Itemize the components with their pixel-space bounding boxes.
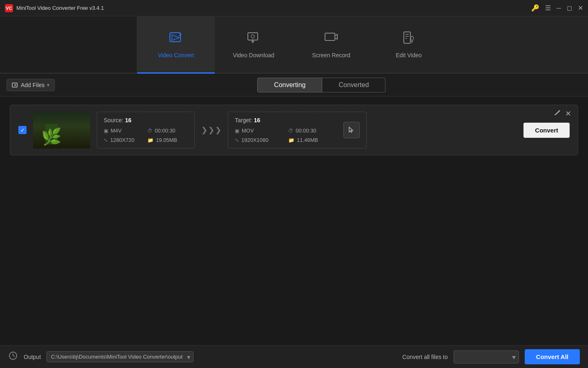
target-box: Target: 16 ▣ MOV ⏱ 00:00:30 ⤡ [228,112,367,148]
titlebar: VC MiniTool Video Converter Free v3.4.1 … [0,0,588,16]
file-thumbnail [33,112,90,148]
source-format-item: ▣ M4V [104,128,144,134]
source-size-item: 📁 19.05MB [147,137,188,143]
toolbar: Add Files ▾ Converting Converted [0,74,588,96]
tab-edit-video-label: Edit Video [396,52,422,58]
target-resolution-item: ⤡ 1920X1080 [235,137,285,143]
source-box: Source: 16 ▣ M4V ⏱ 00:00:30 ⤡ 1280X720 [97,112,195,148]
add-files-button[interactable]: Add Files ▾ [7,79,55,91]
source-info-grid: ▣ M4V ⏱ 00:00:30 ⤡ 1280X720 📁 19.05MB [104,128,188,143]
source-size: 19.05MB [156,137,177,143]
tab-video-convert[interactable]: Video Convert [137,16,215,74]
target-resolution: 1920X1080 [241,137,269,143]
convert-all-button[interactable]: Convert All [525,349,580,364]
target-format: MOV [242,128,254,134]
source-format: M4V [111,128,122,134]
target-size-item: 📁 11.46MB [288,137,339,143]
titlebar-controls: 🔑 ☰ ─ ◻ ✕ [531,4,583,12]
close-btn[interactable]: ✕ [578,4,583,12]
target-label: Target: [235,117,252,123]
app-logo: VC [5,4,13,12]
minimize-btn[interactable]: ─ [557,4,561,12]
source-label: Source: [104,117,123,123]
tab-screen-record[interactable]: Screen Record [292,16,370,74]
thumbnail-image [33,112,90,148]
tab-video-convert-label: Video Convert [158,52,194,58]
converted-tab[interactable]: Converted [322,78,385,92]
target-duration: 00:00:30 [296,128,316,134]
target-format-icon: ▣ [235,128,239,134]
source-header: Source: 16 [104,117,188,123]
source-resolution-item: ⤡ 1280X720 [104,137,144,143]
format-select-wrapper: ▾ [454,350,519,364]
output-path-select[interactable]: C:\Users\bj\Documents\MiniTool Video Con… [47,351,194,362]
screen-record-icon [324,30,339,48]
check-mark: ✓ [20,127,25,133]
svg-rect-5 [404,32,410,43]
svg-rect-4 [325,33,335,40]
format-icon: ▣ [104,128,108,134]
sidebar-left [0,16,137,73]
target-info: Target: 16 ▣ MOV ⏱ 00:00:30 ⤡ [235,117,339,143]
tab-edit-video[interactable]: Edit Video [370,16,448,74]
size-icon: 📁 [147,137,154,143]
file-card: ✕ ✓ Source: 16 ▣ M4V [10,105,578,155]
svg-rect-1 [248,33,258,40]
main-content: ✕ ✓ Source: 16 ▣ M4V [0,96,588,345]
duration-icon: ⏱ [147,128,152,134]
output-path-text: C:\Users\bj\Documents\MiniTool Video Con… [51,354,183,360]
menu-icon[interactable]: ☰ [545,4,551,12]
video-convert-icon [169,30,183,48]
convert-all-to-label: Convert all files to [402,354,448,360]
edit-video-icon [401,30,416,48]
convert-button[interactable]: Convert [523,123,570,138]
card-edit-btn[interactable] [554,109,561,118]
target-size-icon: 📁 [288,137,294,143]
source-target-area: Source: 16 ▣ M4V ⏱ 00:00:30 ⤡ 1280X720 [97,112,517,148]
navbar: Video Convert Video Download [0,16,588,74]
video-download-icon [246,30,261,48]
tab-screen-record-label: Screen Record [312,52,350,58]
format-dropdown-arrow: ▾ [512,354,514,360]
target-format-item: ▣ MOV [235,128,285,134]
format-select[interactable]: ▾ [454,350,519,364]
source-duration: 00:00:30 [155,128,176,134]
converting-tab[interactable]: Converting [257,78,322,92]
add-files-label: Add Files [21,82,45,88]
output-clock-icon [8,351,18,363]
target-resolution-icon: ⤡ [235,137,239,143]
file-checkbox[interactable]: ✓ [18,126,27,134]
app-title: MiniTool Video Converter Free v3.4.1 [16,5,104,11]
output-label: Output [24,354,41,360]
arrow-row-1: ❯ ❯ ❯ [201,126,221,135]
target-duration-item: ⏱ 00:00:30 [288,128,339,134]
source-duration-item: ⏱ 00:00:30 [147,128,188,134]
target-size: 11.46MB [297,137,318,143]
target-duration-icon: ⏱ [288,128,293,134]
output-path-wrapper: C:\Users\bj\Documents\MiniTool Video Con… [47,351,194,362]
tab-video-download[interactable]: Video Download [215,16,292,74]
navbar-tabs: Video Convert Video Download [137,16,448,73]
source-resolution: 1280X720 [110,137,134,143]
target-info-grid: ▣ MOV ⏱ 00:00:30 ⤡ 1920X1080 📁 [235,128,339,143]
card-close-btn[interactable]: ✕ [565,109,571,118]
svg-point-2 [251,35,254,38]
target-count: 16 [254,117,261,123]
source-count: 16 [125,117,131,123]
add-files-icon [12,82,18,88]
cursor-icon [348,126,355,134]
svg-line-14 [13,356,15,357]
maximize-btn[interactable]: ◻ [567,4,572,12]
convert-tabs: Converting Converted [257,78,385,92]
bottom-bar: Output C:\Users\bj\Documents\MiniTool Vi… [0,345,588,368]
key-icon[interactable]: 🔑 [531,4,539,12]
target-header: Target: 16 [235,117,339,123]
add-files-dropdown-arrow: ▾ [47,82,49,88]
titlebar-left: VC MiniTool Video Converter Free v3.4.1 [5,4,104,12]
resolution-icon: ⤡ [104,137,108,143]
target-select-btn[interactable] [343,122,360,138]
card-actions: ✕ [554,109,571,118]
tab-video-download-label: Video Download [233,52,274,58]
convert-arrows: ❯ ❯ ❯ [201,126,221,135]
